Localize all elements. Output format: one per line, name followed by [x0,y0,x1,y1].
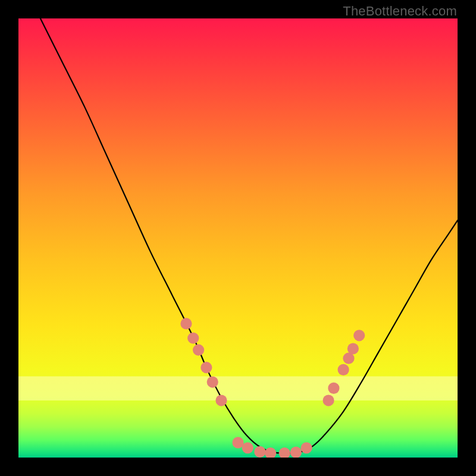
curve-marker [187,333,199,344]
highlight-band [18,376,458,400]
outer-frame: TheBottleneck.com [0,0,476,476]
curve-marker [193,345,204,356]
curve-marker [353,330,365,341]
curve-marker [232,437,243,448]
curve-marker [338,364,349,375]
bottleneck-chart [18,18,458,458]
curve-marker [301,442,312,453]
curve-marker [180,318,192,329]
watermark-text: TheBottleneck.com [343,4,457,19]
curve-marker [322,394,334,406]
curve-marker [254,446,265,458]
curve-marker [347,343,359,354]
curve-marker [242,442,253,453]
curve-marker [290,447,302,458]
plot-area [18,18,458,458]
curve-marker [215,394,227,406]
curve-marker [328,383,339,394]
curve-marker [207,376,218,387]
curve-marker [201,362,212,373]
